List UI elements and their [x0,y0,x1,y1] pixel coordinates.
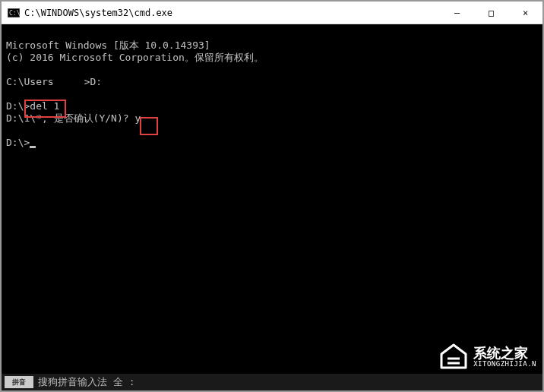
svg-text:C:\: C:\ [9,10,20,17]
watermark-subtitle: XITONGZHIJIA.N [473,361,536,368]
prompt-suffix: >D: [84,76,102,87]
close-button[interactable]: × [508,2,542,24]
window-controls: — □ × [440,2,542,24]
prompt-path: C:\Users [6,76,54,87]
redacted-username [54,78,84,87]
terminal-area[interactable]: Microsoft Windows [版本 10.0.14393] (c) 20… [2,24,542,374]
minimize-button[interactable]: — [440,2,474,24]
cursor [30,146,36,148]
terminal-line: (c) 2016 Microsoft Corporation。保留所有权利。 [6,52,264,63]
maximize-button[interactable]: □ [474,2,508,24]
confirm-prompt: D:\1\*, 是否确认(Y/N)? [6,112,134,124]
confirm-answer: y [134,112,141,124]
house-icon [438,343,469,371]
ime-text: 搜狗拼音输入法 全 : [38,375,134,389]
watermark-title: 系统之家 [473,346,536,361]
ime-status-bar: 拼音 搜狗拼音输入法 全 : [2,374,542,390]
watermark: 系统之家 XITONGZHIJIA.N [438,343,536,371]
window-title: C:\WINDOWS\system32\cmd.exe [24,8,440,18]
prompt: D:\> [6,137,30,148]
terminal-line: Microsoft Windows [版本 10.0.14393] [6,40,210,51]
ime-icon: 拼音 [5,376,33,388]
command-text: del 1 [30,100,59,112]
prompt: D:\> [6,100,30,112]
cmd-icon: C:\ [8,7,20,19]
annotation-highlight [140,117,158,135]
window-titlebar: C:\ C:\WINDOWS\system32\cmd.exe — □ × [2,2,542,24]
